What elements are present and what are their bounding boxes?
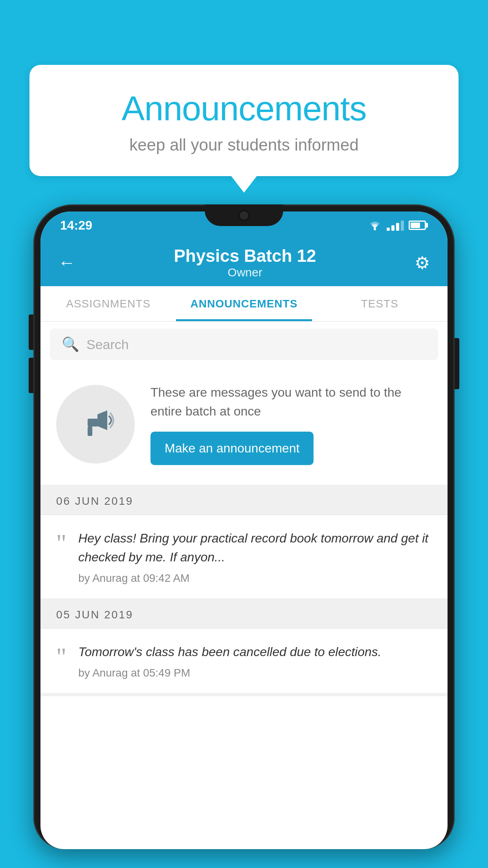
search-placeholder: Search [86, 337, 129, 352]
announcement-item-2[interactable]: " Tomorrow's class has been cancelled du… [40, 629, 448, 696]
announcement-meta-1: by Anurag at 09:42 AM [78, 572, 432, 585]
make-announcement-button[interactable]: Make an announcement [150, 432, 314, 465]
svg-rect-3 [88, 427, 92, 436]
date-separator-1: 06 JUN 2019 [40, 488, 448, 515]
svg-marker-1 [97, 410, 107, 430]
megaphone-icon [76, 405, 115, 444]
header-title: Physics Batch 12 [174, 246, 316, 266]
date-separator-2: 05 JUN 2019 [40, 601, 448, 629]
announcement-text-1: Hey class! Bring your practical record b… [78, 529, 432, 566]
phone-camera [238, 210, 250, 221]
app-header: ← Physics Batch 12 Owner ⚙ [40, 239, 448, 286]
status-icons [368, 220, 426, 231]
side-button-right [455, 338, 459, 389]
phone-wrapper: 14:29 [33, 204, 455, 868]
wifi-icon [368, 220, 382, 231]
back-button[interactable]: ← [58, 254, 75, 271]
speech-bubble-section: Announcements keep all your students inf… [29, 65, 459, 176]
tab-tests[interactable]: TESTS [312, 286, 448, 321]
announcement-content-1: Hey class! Bring your practical record b… [78, 529, 432, 585]
svg-rect-2 [88, 419, 98, 427]
tab-assignments[interactable]: ASSIGNMENTS [40, 286, 176, 321]
speech-bubble: Announcements keep all your students inf… [29, 65, 459, 176]
battery-fill [411, 223, 420, 228]
announcement-item-1[interactable]: " Hey class! Bring your practical record… [40, 515, 448, 601]
battery-icon [409, 221, 426, 230]
quote-icon-1: " [56, 531, 66, 556]
megaphone-circle [56, 385, 135, 463]
tab-bar: ASSIGNMENTS ANNOUNCEMENTS TESTS [40, 286, 448, 322]
announcement-meta-2: by Anurag at 05:49 PM [78, 667, 432, 679]
side-button-left-top [29, 314, 33, 350]
announcement-prompt: These are messages you want to send to t… [40, 367, 448, 488]
search-icon: 🔍 [62, 336, 79, 353]
phone-outer: 14:29 [33, 204, 455, 849]
tab-announcements[interactable]: ANNOUNCEMENTS [176, 286, 312, 321]
header-subtitle: Owner [174, 266, 316, 279]
phone-notch [205, 204, 283, 226]
search-container: 🔍 Search [40, 322, 448, 367]
bubble-title: Announcements [61, 88, 427, 129]
settings-icon[interactable]: ⚙ [415, 253, 430, 273]
announcement-content-2: Tomorrow's class has been cancelled due … [78, 642, 432, 679]
prompt-description: These are messages you want to send to t… [150, 383, 432, 421]
side-button-left-bottom [29, 358, 33, 393]
svg-point-0 [374, 228, 376, 230]
prompt-right: These are messages you want to send to t… [150, 383, 432, 465]
quote-icon-2: " [56, 644, 66, 669]
bubble-subtitle: keep all your students informed [61, 136, 427, 154]
signal-icon [387, 220, 404, 231]
status-time: 14:29 [60, 218, 92, 233]
phone-screen: 14:29 [40, 211, 448, 849]
header-center: Physics Batch 12 Owner [174, 246, 316, 279]
announcement-text-2: Tomorrow's class has been cancelled due … [78, 642, 432, 661]
search-bar[interactable]: 🔍 Search [50, 329, 438, 360]
